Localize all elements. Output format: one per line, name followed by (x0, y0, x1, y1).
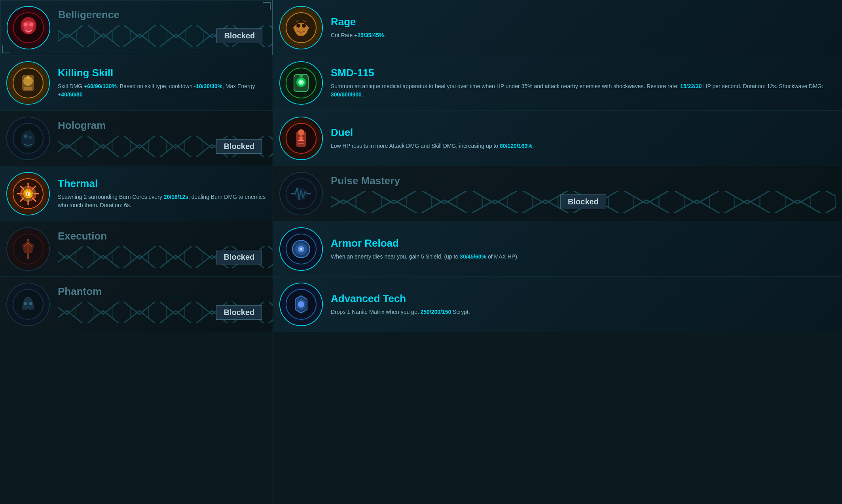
desc-duel: Low HP results in more Attack DMG and Sk… (331, 142, 836, 150)
card-hologram[interactable]: HologramBlocked (0, 111, 273, 166)
icon-belligerence (7, 6, 50, 49)
icon-pulse-mastery (279, 172, 323, 215)
icon-advanced-tech (279, 283, 323, 326)
card-thermal[interactable]: ThermalSpawning 2 surrounding Burn Cores… (0, 166, 273, 221)
icon-execution (6, 227, 50, 271)
desc-thermal: Spawning 2 surrounding Burn Cores every … (58, 193, 266, 210)
desc-advanced-tech: Drops 1 Nanite Matrix when you get 250/2… (331, 308, 836, 316)
card-killing-skill[interactable]: Killing SkillSkill DMG +60/90/120%. Base… (0, 55, 273, 111)
right-panel: RageCrit Rate +25/35/45%. SMD-115Summon … (273, 0, 842, 504)
card-duel[interactable]: DuelLow HP results in more Attack DMG an… (273, 111, 842, 166)
icon-killing-skill (6, 61, 50, 105)
content-thermal: ThermalSpawning 2 surrounding Burn Cores… (58, 177, 266, 210)
svg-point-32 (24, 134, 28, 138)
name-duel: Duel (331, 126, 836, 139)
icon-thermal (6, 172, 50, 215)
svg-point-128 (299, 136, 303, 140)
blocked-label-execution: Blocked (216, 250, 262, 264)
name-advanced-tech: Advanced Tech (331, 293, 836, 305)
icon-duel (279, 117, 323, 160)
svg-point-119 (302, 24, 306, 28)
content-duel: DuelLow HP results in more Attack DMG an… (331, 126, 836, 150)
card-execution[interactable]: ExecutionBlocked (0, 221, 273, 277)
svg-point-161 (298, 301, 304, 308)
desc-killing-skill: Skill DMG +60/90/120%. Based on skill ty… (58, 82, 266, 99)
content-advanced-tech: Advanced TechDrops 1 Nanite Matrix when … (331, 293, 836, 316)
svg-point-3 (29, 23, 33, 26)
blocked-label-hologram: Blocked (216, 139, 262, 154)
icon-smd-115 (279, 61, 323, 105)
main-container: BelligerenceBlocked Killing SkillSkill D… (0, 0, 842, 504)
icon-rage (279, 6, 323, 49)
card-rage[interactable]: RageCrit Rate +25/35/45%. (273, 0, 842, 55)
svg-point-33 (29, 136, 32, 139)
svg-point-157 (300, 248, 302, 250)
name-armor-reload: Armor Reload (331, 237, 836, 249)
desc-armor-reload: When an enemy dies near you, gain 5 Shie… (331, 253, 836, 261)
name-rage: Rage (331, 16, 836, 28)
svg-point-94 (29, 302, 32, 305)
svg-point-124 (300, 81, 302, 83)
name-smd-115: SMD-115 (331, 67, 836, 79)
left-panel: BelligerenceBlocked Killing SkillSkill D… (0, 0, 273, 504)
name-pulse-mastery: Pulse Mastery (331, 175, 836, 187)
svg-rect-125 (300, 74, 303, 77)
svg-point-130 (295, 188, 307, 200)
content-armor-reload: Armor ReloadWhen an enemy dies near you,… (331, 237, 836, 261)
blocked-label-belligerence: Blocked (216, 28, 262, 43)
card-smd-115[interactable]: SMD-115Summon an antique medical apparat… (273, 55, 842, 111)
svg-point-93 (24, 302, 27, 305)
card-phantom[interactable]: PhantomBlocked (0, 277, 273, 332)
content-smd-115: SMD-115Summon an antique medical apparat… (331, 67, 836, 99)
icon-hologram (6, 117, 50, 160)
card-belligerence[interactable]: BelligerenceBlocked (0, 0, 273, 55)
svg-point-118 (296, 24, 300, 28)
svg-rect-29 (24, 87, 32, 90)
icon-phantom (6, 283, 50, 326)
svg-point-2 (24, 23, 28, 26)
desc-smd-115: Summon an antique medical apparatus to h… (331, 82, 836, 99)
blocked-label-phantom: Blocked (216, 305, 262, 320)
content-pulse-mastery: Pulse MasteryBlocked (331, 175, 836, 213)
card-armor-reload[interactable]: Armor ReloadWhen an enemy dies near you,… (273, 221, 842, 277)
blocked-label-pulse-mastery: Blocked (560, 194, 606, 209)
content-rage: RageCrit Rate +25/35/45%. (331, 16, 836, 40)
svg-point-127 (298, 129, 304, 136)
content-killing-skill: Killing SkillSkill DMG +60/90/120%. Base… (58, 67, 266, 99)
card-pulse-mastery[interactable]: Pulse MasteryBlocked (273, 166, 842, 221)
icon-armor-reload (279, 227, 323, 271)
name-killing-skill: Killing Skill (58, 67, 266, 79)
card-advanced-tech[interactable]: Advanced TechDrops 1 Nanite Matrix when … (273, 277, 842, 332)
desc-rage: Crit Rate +25/35/45%. (331, 31, 836, 40)
blocked-dna-pulse-mastery: Blocked (331, 191, 836, 213)
name-thermal: Thermal (58, 177, 266, 190)
